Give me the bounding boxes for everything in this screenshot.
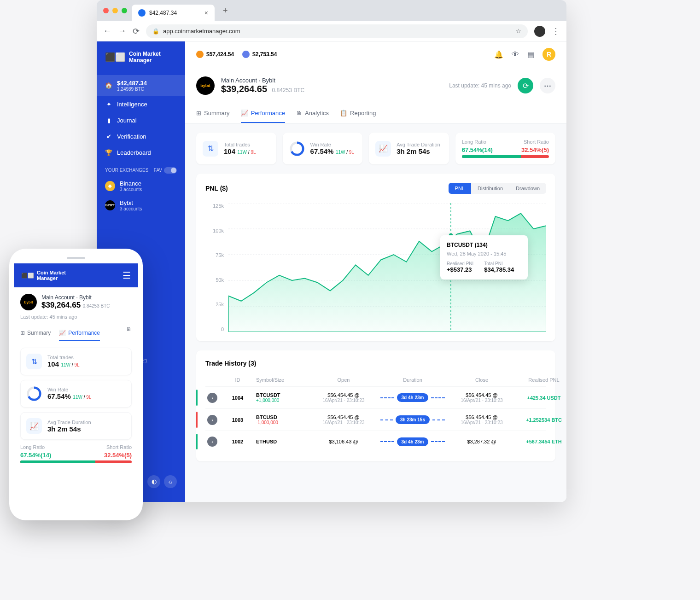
account-balance-btc: 0.84253 BTC <box>83 303 110 309</box>
chart-tab-distribution[interactable]: Distribution <box>471 183 509 194</box>
chart-tab-drawdown[interactable]: Drawdown <box>509 183 546 194</box>
bookmark-icon[interactable]: ☆ <box>516 28 521 35</box>
mobile-stat-trades: ⇅ Total trades 104 11W / 9L <box>20 348 132 375</box>
stat-value: 3h 2m 54s <box>397 147 440 155</box>
y-axis: 125k 100k 75k 50k 25k 0 <box>205 203 224 332</box>
chart-line-icon: 📈 <box>59 330 66 336</box>
url-bar: ← → ⟳ 🔒 app.coinmarketmanager.com ☆ ⋮ <box>97 21 566 41</box>
tab-performance[interactable]: 📈 Performance <box>241 104 285 123</box>
account-header: bybit Main Account · Bybit $39,264.65 0.… <box>185 67 566 104</box>
tooltip-title: BTCUSDT (134) <box>447 242 521 248</box>
open-cell: $56,454.45 @16/Apr/21 - 23:10:23 <box>311 392 376 403</box>
lock-icon: 🔒 <box>152 28 159 35</box>
mobile-header: ⬛⬜ Coin Market Manager ☰ <box>14 263 138 287</box>
table-row[interactable]: › 1002 ETHUSD $3,106.43 @ 3d 4h 23m $3,2… <box>205 431 546 452</box>
check-circle-icon: ✔ <box>105 133 112 140</box>
mobile-tab-summary[interactable]: ⊞Summary <box>20 326 51 341</box>
pnl-cell: +567.3454 ETH <box>519 439 566 444</box>
profile-avatar-icon[interactable] <box>534 26 545 37</box>
maximize-window-icon[interactable] <box>122 8 127 13</box>
expand-row-icon[interactable]: › <box>207 437 217 447</box>
btc-price-value: $57,424.54 <box>206 51 234 58</box>
account-name: Main Account · Bybit <box>221 77 304 84</box>
duration-cell: 3h 23m 15s <box>380 415 445 424</box>
mobile-preview: ⬛⬜ Coin Market Manager ☰ bybit Main Acco… <box>9 249 143 520</box>
tab-reporting[interactable]: 📋 Reporting <box>340 104 376 123</box>
sidebar-item-leaderboard[interactable]: 🏆 Leaderboard <box>97 145 185 161</box>
exchange-sub: 3 accounts <box>120 206 142 211</box>
url-text: app.coinmarketmanager.com <box>163 28 240 35</box>
sidebar-item-intelligence[interactable]: ✦ Intelligence <box>97 96 185 112</box>
fav-toggle[interactable] <box>164 167 177 174</box>
mobile-stat-winrate: Win Rate 67.54% 11W / 9L <box>20 380 132 408</box>
exchanges-label: YOUR EXCHANGES <box>105 168 148 173</box>
topbar: $57,424.54 $2,753.54 🔔 👁 ▤ R <box>185 41 566 67</box>
ratio-bar <box>462 155 549 158</box>
bybit-icon: BYB'T <box>105 200 115 210</box>
more-button[interactable]: ⋯ <box>540 78 555 93</box>
trend-icon: 📈 <box>375 141 391 157</box>
expand-row-icon[interactable]: › <box>207 393 217 403</box>
user-avatar[interactable]: R <box>542 48 555 61</box>
settings-gear-icon[interactable]: ☼ <box>164 475 177 488</box>
account-balance: $39,264.65 <box>221 84 267 94</box>
url-input[interactable]: 🔒 app.coinmarketmanager.com ☆ <box>146 24 528 38</box>
mobile-logo[interactable]: ⬛⬜ Coin Market Manager <box>21 270 66 281</box>
back-icon[interactable]: ← <box>103 26 111 36</box>
close-window-icon[interactable] <box>103 8 109 13</box>
account-balance-btc: 0.84253 BTC <box>272 87 305 93</box>
trend-icon: 📈 <box>26 418 42 434</box>
app-logo[interactable]: ⬛⬜ Coin Market Manager <box>97 51 185 64</box>
expand-row-icon[interactable]: › <box>207 415 217 425</box>
content-tabs: ⊞ Summary 📈 Performance 🗎 Analytics 📋 Re… <box>185 104 566 123</box>
table-row[interactable]: › 1004 BTCUSDT+1,000,000 $56,454.45 @16/… <box>205 386 546 408</box>
document-icon[interactable]: 🗎 <box>126 326 132 341</box>
symbol-cell: ETHUSD <box>256 439 307 444</box>
duration-cell: 3d 4h 23m <box>380 437 445 446</box>
open-cell: $3,106.43 @ <box>311 439 376 444</box>
chart-tabs: PNL Distribution Drawdown <box>449 183 546 194</box>
calculator-icon[interactable]: ▤ <box>527 50 534 59</box>
sidebar-item-verification[interactable]: ✔ Verification <box>97 128 185 145</box>
new-tab-button[interactable]: + <box>223 6 228 16</box>
exchange-bybit[interactable]: BYB'T Bybit 3 accounts <box>97 196 185 215</box>
chart-section: PNL ($) PNL Distribution Drawdown 125k 1… <box>196 174 555 341</box>
mobile-ratio: Long RatioShort Ratio 67.54%(14)32.54%(5… <box>20 444 132 463</box>
sidebar-item-portfolio[interactable]: 🏠 $42,487.34 1.24939 BTC <box>97 75 185 96</box>
table-row[interactable]: › 1003 BTCUSD-1,000,000 $56,454.45 @16/A… <box>205 408 546 431</box>
stat-win-rate: Win Rate 67.54% 11W / 9L <box>283 133 363 164</box>
ratio-bar-fill <box>462 155 521 158</box>
refresh-button[interactable]: ⟳ <box>518 78 533 93</box>
ring-icon <box>289 141 305 157</box>
close-tab-icon[interactable]: × <box>204 9 208 17</box>
mobile-stat-duration: 📈 Avg Trade Duration 3h 2m 54s <box>20 412 132 440</box>
sidebar-item-journal[interactable]: ▮ Journal <box>97 112 185 128</box>
forward-icon[interactable]: → <box>118 26 126 36</box>
bybit-logo-icon: bybit <box>20 294 37 310</box>
logo-icon: ⬛⬜ <box>105 52 125 62</box>
phone-notch <box>53 253 99 263</box>
hamburger-icon[interactable]: ☰ <box>122 270 131 281</box>
tab-analytics[interactable]: 🗎 Analytics <box>296 104 329 123</box>
exchange-name: Binance <box>120 180 142 187</box>
tab-title: $42,487.34 <box>149 10 177 16</box>
row-id: 1004 <box>224 395 251 401</box>
exchange-binance[interactable]: ◆ Binance 3 accounts <box>97 176 185 196</box>
nav-label: Leaderboard <box>117 149 151 156</box>
btc-icon <box>196 51 204 58</box>
chart-area[interactable]: BTCUSDT (134) Wed, 28 May 2020 - 15:45 R… <box>228 203 546 332</box>
exchange-sub: 3 accounts <box>120 187 142 192</box>
reload-icon[interactable]: ⟳ <box>133 26 140 36</box>
browser-menu-icon[interactable]: ⋮ <box>552 26 560 36</box>
mobile-tab-performance[interactable]: 📈Performance <box>59 326 100 341</box>
minimize-window-icon[interactable] <box>112 8 118 13</box>
chart-tab-pnl[interactable]: PNL <box>449 183 471 194</box>
mobile-account-header: bybit Main Account · Bybit $39,264.65 0.… <box>20 294 132 310</box>
tab-summary[interactable]: ⊞ Summary <box>196 104 230 123</box>
row-id: 1002 <box>224 439 251 444</box>
bell-icon[interactable]: 🔔 <box>494 50 503 59</box>
browser-tab[interactable]: $42,487.34 × <box>132 5 215 21</box>
theme-toggle-icon[interactable]: ◐ <box>147 475 160 488</box>
visibility-off-icon[interactable]: 👁 <box>512 50 519 58</box>
long-label: Long Ratio <box>462 139 486 145</box>
